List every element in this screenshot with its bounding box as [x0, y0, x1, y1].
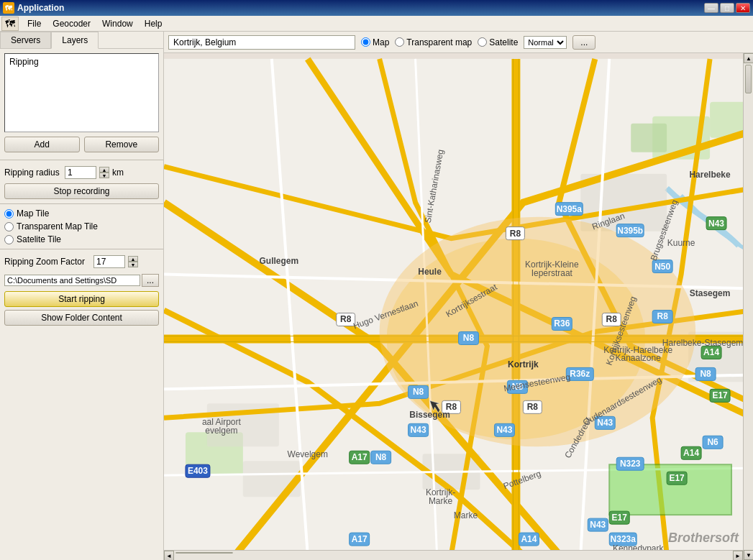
svg-text:Stasegem: Stasegem — [690, 288, 731, 298]
browse-button[interactable]: ... — [142, 274, 159, 287]
map-type-map-label: Map — [373, 37, 389, 47]
svg-text:Heule: Heule — [418, 267, 442, 277]
transparent-tile-radio[interactable] — [4, 222, 14, 231]
h-scroll-track[interactable] — [174, 551, 733, 560]
svg-text:E17: E17 — [712, 390, 728, 400]
zoom-input[interactable] — [93, 255, 125, 268]
svg-text:R8: R8 — [657, 311, 668, 321]
svg-text:A14: A14 — [703, 347, 719, 357]
scroll-left-button[interactable]: ◄ — [164, 551, 174, 560]
menu-bar: 🗺 File Geocoder Window Help — [0, 16, 753, 32]
watermark: Brothersoft — [668, 531, 739, 546]
map-tile-label[interactable]: Map Tile — [17, 208, 49, 219]
svg-text:N395a: N395a — [557, 204, 583, 214]
tab-servers[interactable]: Servers — [0, 32, 51, 48]
satellite-tile-label[interactable]: Satelite Tile — [17, 234, 61, 244]
svg-text:Marke: Marke — [454, 510, 478, 520]
ripping-radius-spinner[interactable]: ▲ ▼ — [99, 167, 109, 178]
map-tile-radio-row: Map Tile — [4, 208, 159, 219]
show-folder-button[interactable]: Show Folder Content — [4, 310, 159, 326]
divider-2 — [0, 203, 163, 204]
path-input[interactable] — [4, 275, 140, 286]
transparent-radio-label[interactable]: Transparent map — [395, 37, 472, 47]
transparent-type-radio[interactable] — [395, 37, 404, 47]
svg-text:Wevelgem: Wevelgem — [288, 449, 328, 459]
start-ripping-button[interactable]: Start ripping — [4, 291, 159, 307]
svg-text:evelgem: evelgem — [205, 426, 237, 436]
zoom-spinner[interactable]: ▲ ▼ — [128, 256, 138, 267]
ripping-radius-row: Ripping radius ▲ ▼ km — [4, 166, 159, 179]
remove-button[interactable]: Remove — [84, 137, 160, 152]
transparent-tile-label[interactable]: Transparent Map Tile — [17, 221, 98, 231]
scroll-track[interactable] — [744, 63, 753, 550]
svg-text:Harelbeke-Stasegem: Harelbeke-Stasegem — [662, 338, 743, 348]
scroll-down-button[interactable]: ▼ — [744, 550, 753, 560]
svg-text:A14: A14 — [683, 448, 699, 458]
map-container[interactable]: R8 R8 R8 R8 R8 N395a N395b N50 R8 N8 — [164, 53, 753, 560]
svg-text:E17: E17 — [669, 473, 685, 483]
minimize-button[interactable]: — — [704, 3, 718, 13]
svg-text:N43: N43 — [590, 520, 606, 530]
scroll-thumb[interactable] — [745, 65, 752, 93]
satellite-type-radio[interactable] — [478, 37, 487, 47]
satellite-tile-radio-row: Satelite Tile — [4, 234, 159, 244]
map-type-transparent-label: Transparent map — [406, 37, 472, 47]
svg-text:Marke: Marke — [429, 496, 453, 506]
layer-list[interactable]: Ripping — [4, 53, 159, 132]
svg-text:Harelbeke: Harelbeke — [689, 170, 731, 180]
tab-layers[interactable]: Layers — [51, 32, 99, 49]
svg-text:N395b: N395b — [617, 226, 643, 236]
left-panel: Servers Layers Ripping Add Remove Rippin… — [0, 32, 164, 560]
map-type-group: Map Transparent map Satelite Normal ... — [361, 35, 595, 50]
spin-up[interactable]: ▲ — [99, 167, 109, 173]
map-more-button[interactable]: ... — [572, 35, 595, 50]
ripping-radius-label: Ripping radius — [4, 167, 62, 178]
satellite-radio-label[interactable]: Satelite — [478, 37, 518, 47]
app-title: Application — [17, 3, 701, 13]
ripping-radius-input[interactable] — [65, 166, 96, 179]
app-menu-icon: 🗺 — [1, 17, 19, 31]
zoom-spin-down[interactable]: ▼ — [128, 262, 138, 267]
list-item[interactable]: Ripping — [6, 55, 157, 68]
menu-window[interactable]: Window — [96, 17, 139, 30]
h-scroll-thumb[interactable] — [175, 552, 233, 554]
svg-text:N8: N8 — [375, 452, 387, 462]
map-type-radio[interactable] — [361, 37, 370, 47]
map-style-select[interactable]: Normal — [524, 36, 567, 49]
zoom-spin-up[interactable]: ▲ — [128, 256, 138, 262]
svg-text:N8: N8 — [413, 387, 424, 397]
map-radio-label[interactable]: Map — [361, 37, 389, 47]
maximize-button[interactable]: □ — [720, 3, 734, 13]
svg-text:Ieperstraat: Ieperstraat — [531, 268, 573, 278]
svg-text:N6: N6 — [707, 437, 718, 447]
horizontal-scrollbar[interactable]: ◄ ► — [164, 550, 743, 560]
map-display: R8 R8 R8 R8 R8 N395a N395b N50 R8 N8 — [164, 53, 753, 560]
main-container: Servers Layers Ripping Add Remove Rippin… — [0, 32, 753, 560]
map-tile-radio[interactable] — [4, 209, 14, 219]
map-area: Map Transparent map Satelite Normal ... — [164, 32, 753, 560]
close-button[interactable]: ✕ — [736, 3, 750, 13]
svg-text:R36z: R36z — [570, 369, 590, 379]
menu-file[interactable]: File — [22, 17, 47, 30]
svg-text:Gullegem: Gullegem — [260, 256, 299, 266]
title-bar: 🗺 Application — □ ✕ — [0, 0, 753, 16]
stop-recording-button[interactable]: Stop recording — [4, 183, 159, 199]
svg-rect-8 — [243, 461, 301, 497]
tabs: Servers Layers — [0, 32, 163, 49]
add-button[interactable]: Add — [4, 137, 80, 152]
satellite-tile-radio[interactable] — [4, 235, 14, 244]
svg-text:N8: N8 — [700, 369, 711, 379]
svg-text:Kuurne: Kuurne — [667, 238, 695, 248]
app-icon: 🗺 — [3, 2, 14, 14]
scroll-up-button[interactable]: ▲ — [744, 53, 753, 63]
spin-down[interactable]: ▼ — [99, 173, 109, 178]
scroll-right-button[interactable]: ► — [733, 551, 743, 560]
svg-text:E17: E17 — [612, 513, 628, 523]
menu-help[interactable]: Help — [139, 17, 168, 30]
vertical-scrollbar[interactable]: ▲ ▼ — [743, 53, 753, 560]
location-input[interactable] — [168, 35, 355, 50]
layer-buttons: Add Remove — [4, 137, 159, 152]
map-type-satellite-label: Satelite — [489, 37, 518, 47]
menu-geocoder[interactable]: Geocoder — [47, 17, 96, 30]
svg-text:A17: A17 — [352, 534, 368, 544]
